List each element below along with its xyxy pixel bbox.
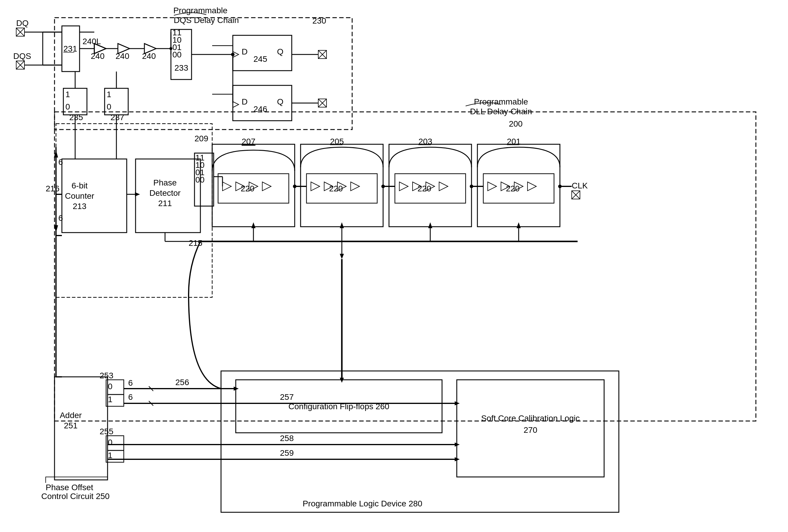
mux235-number: 235 xyxy=(69,113,83,122)
ff246-number: 246 xyxy=(253,104,267,114)
phase-det-number: 211 xyxy=(158,199,172,208)
bit6-d: 6 xyxy=(128,392,133,402)
dqs-label2: DQS Delay Chain xyxy=(174,16,239,25)
phase-det-label2: Detector xyxy=(150,188,181,198)
delay-240b: 240 xyxy=(116,52,130,61)
d246-label: D xyxy=(242,97,248,106)
svg-point-82 xyxy=(470,185,473,188)
adder-number: 251 xyxy=(64,421,78,430)
dqs-input-label: DQS xyxy=(13,52,31,61)
sig258-label: 258 xyxy=(280,434,294,443)
dll-label2: DLL Delay Chain xyxy=(470,107,532,116)
circuit-diagram: Programmable DLL Delay Chain 200 Program… xyxy=(0,0,788,532)
svg-rect-0 xyxy=(0,0,788,532)
bit6-a: 6 xyxy=(58,158,63,167)
bit6-b: 6 xyxy=(58,213,63,223)
svg-point-33 xyxy=(231,53,235,56)
svg-point-84 xyxy=(558,185,562,188)
mux209-00: 00 xyxy=(195,175,204,184)
mux237-number: 237 xyxy=(111,113,124,122)
sel-00: 00 xyxy=(172,50,181,59)
d245-label: D xyxy=(242,47,248,56)
dll-label: Programmable xyxy=(474,97,528,106)
soft-core-label1: Soft Core Calibration Logic xyxy=(481,414,580,423)
mux253-1: 1 xyxy=(108,395,113,404)
pld-label: Programmable Logic Device 280 xyxy=(303,499,422,508)
phase-offset-label2: Control Circuit 250 xyxy=(41,492,110,501)
ff245-number: 245 xyxy=(253,55,267,64)
dq-label: DQ xyxy=(16,19,28,28)
dll-number: 200 xyxy=(509,119,523,128)
sig209-label: 209 xyxy=(195,134,208,143)
mux255-0: 0 xyxy=(108,438,113,447)
svg-point-130 xyxy=(170,47,172,50)
phase-det-label1: Phase xyxy=(153,178,177,187)
mux235-1: 1 xyxy=(65,90,70,99)
svg-point-80 xyxy=(381,185,385,188)
sig256-label: 256 xyxy=(175,378,189,387)
adder-label: Adder xyxy=(60,411,82,420)
mux255-1: 1 xyxy=(108,451,113,460)
svg-point-78 xyxy=(293,185,296,188)
bit6-c: 6 xyxy=(128,378,133,387)
sig255-label: 255 xyxy=(100,427,114,436)
sig253-label: 253 xyxy=(100,371,114,380)
delay-240L: 240L xyxy=(82,37,101,46)
q246-label: Q xyxy=(277,97,283,106)
mux233-number: 233 xyxy=(175,63,188,73)
mux253-0: 0 xyxy=(108,382,113,391)
delay-240c: 240 xyxy=(142,52,156,61)
clk-label: CLK xyxy=(572,181,588,190)
soft-core-number: 270 xyxy=(524,425,537,434)
counter-number: 213 xyxy=(73,202,87,211)
counter-label2: Counter xyxy=(65,191,94,201)
phase-offset-label1: Phase Offset xyxy=(46,483,94,492)
sig216-label: 216 xyxy=(46,184,60,193)
q245-label: Q xyxy=(277,47,283,56)
sig215-label: 215 xyxy=(189,239,202,248)
mux237-1: 1 xyxy=(107,90,112,99)
counter-label1: 6-bit xyxy=(72,181,88,190)
dqs-number: 230 xyxy=(312,16,326,25)
sig259-label: 259 xyxy=(280,448,294,457)
delay-240a: 240 xyxy=(91,52,105,61)
mux231-number: 231 xyxy=(63,44,77,53)
sig257-label: 257 xyxy=(280,392,294,402)
mux235-0: 0 xyxy=(65,102,70,111)
mux237-0: 0 xyxy=(107,102,112,111)
